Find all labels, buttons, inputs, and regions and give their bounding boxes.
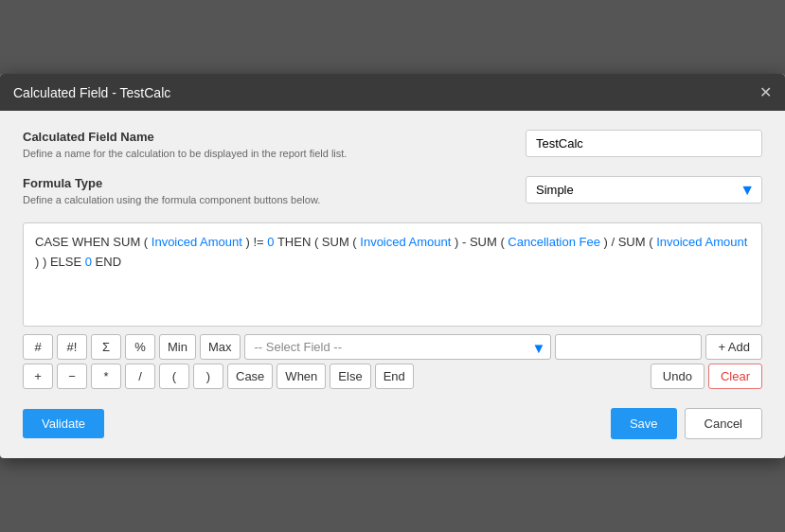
formula-text-5: ) / SUM (: [600, 235, 656, 249]
multiply-button[interactable]: *: [91, 364, 121, 389]
plus-button[interactable]: +: [23, 364, 53, 389]
when-button[interactable]: When: [277, 364, 326, 389]
hash-button[interactable]: #: [23, 334, 53, 360]
field-name-input-group: [526, 130, 762, 157]
formula-text-1: CASE WHEN SUM (: [35, 235, 152, 249]
cancel-button[interactable]: Cancel: [685, 408, 762, 439]
open-paren-button[interactable]: (: [159, 364, 189, 389]
formula-field-cancellation-fee[interactable]: Cancellation Fee: [508, 235, 600, 249]
divide-button[interactable]: /: [125, 364, 155, 389]
end-button[interactable]: End: [375, 364, 414, 389]
formula-text-4: ) - SUM (: [451, 235, 508, 249]
max-button[interactable]: Max: [200, 334, 241, 360]
field-select-wrapper: -- Select Field -- ▼: [244, 334, 552, 360]
formula-field-invoiced-amount-2[interactable]: Invoiced Amount: [360, 235, 451, 249]
field-name-input[interactable]: [526, 130, 762, 157]
sum-button[interactable]: Σ: [91, 334, 121, 360]
field-select[interactable]: -- Select Field --: [244, 334, 552, 360]
else-button[interactable]: Else: [330, 364, 370, 389]
modal-header: Calculated Field - TestCalc ✕: [0, 74, 785, 111]
case-button[interactable]: Case: [227, 364, 273, 389]
minus-button[interactable]: −: [57, 364, 87, 389]
value-input[interactable]: [555, 334, 702, 360]
formula-field-invoiced-amount-1[interactable]: Invoiced Amount: [152, 235, 242, 249]
formula-text-7: END: [92, 255, 121, 269]
formula-zero-1: 0: [267, 235, 274, 249]
modal-body: Calculated Field Name Define a name for …: [0, 111, 785, 458]
footer-actions: Save Cancel: [611, 408, 762, 439]
formula-type-select-wrapper: Simple ▼: [526, 176, 762, 204]
footer-row: Validate Save Cancel: [23, 408, 762, 439]
close-paren-button[interactable]: ): [193, 364, 223, 389]
min-button[interactable]: Min: [159, 334, 196, 360]
formula-text-6: ) ) ELSE: [35, 255, 85, 269]
formula-type-label-group: Formula Type Define a calculation using …: [23, 176, 526, 205]
formula-type-row: Formula Type Define a calculation using …: [23, 176, 762, 205]
formula-type-select-group: Simple ▼: [526, 176, 762, 204]
validate-button[interactable]: Validate: [23, 409, 104, 438]
percent-button[interactable]: %: [125, 334, 155, 360]
hash-bang-button[interactable]: #!: [57, 334, 87, 360]
save-button[interactable]: Save: [611, 408, 677, 439]
close-button[interactable]: ✕: [759, 83, 772, 101]
field-name-label: Calculated Field Name: [23, 130, 526, 144]
formula-type-select[interactable]: Simple: [526, 176, 762, 204]
formula-text-3: THEN ( SUM (: [275, 235, 361, 249]
field-name-hint: Define a name for the calculation to be …: [23, 148, 526, 159]
formula-display: CASE WHEN SUM ( Invoiced Amount ) != 0 T…: [23, 222, 762, 327]
formula-type-hint: Define a calculation using the formula c…: [23, 194, 526, 205]
undo-button[interactable]: Undo: [651, 364, 705, 389]
calculated-field-modal: Calculated Field - TestCalc ✕ Calculated…: [0, 74, 785, 458]
modal-title: Calculated Field - TestCalc: [13, 85, 170, 100]
field-name-row: Calculated Field Name Define a name for …: [23, 130, 762, 159]
formula-zero-2: 0: [85, 255, 92, 269]
formula-text-2: ) !=: [242, 235, 267, 249]
clear-button[interactable]: Clear: [708, 364, 762, 389]
formula-type-label: Formula Type: [23, 176, 526, 190]
field-name-label-group: Calculated Field Name Define a name for …: [23, 130, 526, 159]
toolbar-row-1: # #! Σ % Min Max -- Select Field -- ▼ + …: [23, 334, 762, 360]
toolbar-row-2: + − * / ( ) Case When Else End Undo Clea…: [23, 364, 762, 389]
formula-field-invoiced-amount-3[interactable]: Invoiced Amount: [656, 235, 747, 249]
add-button[interactable]: + Add: [705, 334, 762, 360]
undo-clear-group: Undo Clear: [651, 364, 762, 389]
